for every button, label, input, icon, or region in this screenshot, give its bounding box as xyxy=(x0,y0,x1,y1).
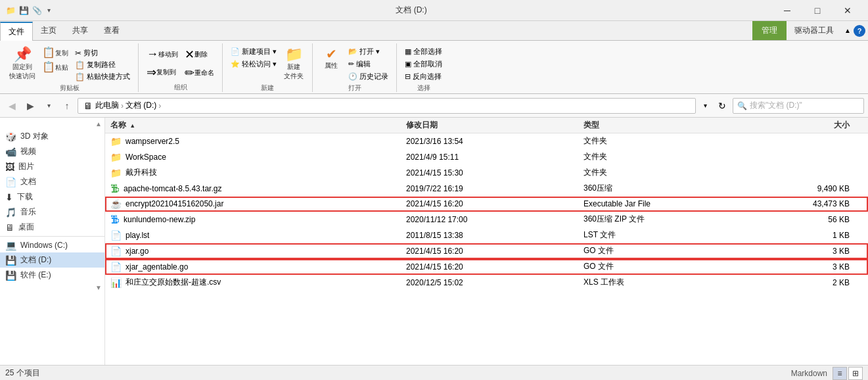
sidebar-item-doc-d[interactable]: 💾 文档 (D:) xyxy=(0,252,104,268)
easy-access-button[interactable]: ⭐ 轻松访问 ▾ xyxy=(228,59,279,70)
ribbon-content: 📌 固定到快速访问 📋 复制 📋 粘贴 ✂ 剪切 xyxy=(0,41,868,93)
file-row[interactable]: 📁 wampserver2.5 2021/3/16 13:54 文件夹 xyxy=(105,133,868,149)
3d-icon: 🎲 xyxy=(5,131,16,142)
refresh-button[interactable]: ↻ xyxy=(714,98,730,114)
new-item-button[interactable]: 📄 新建项目 ▾ xyxy=(228,46,279,57)
edit-button[interactable]: ✏ 编辑 xyxy=(346,59,391,70)
select-all-button[interactable]: ▦ 全部选择 xyxy=(402,46,445,57)
new-folder-button[interactable]: 📁 新建文件夹 xyxy=(281,46,307,82)
copy-path-button[interactable]: 📋 复制路径 xyxy=(72,59,133,70)
tab-home[interactable]: 主页 xyxy=(33,21,64,40)
main-area: ▲ 🎲 3D 对象 📹 视频 🖼 图片 📄 文档 ⬇ 下载 🎵 音乐 🖥 桌面 xyxy=(0,118,868,365)
ribbon-up-icon[interactable]: ▲ xyxy=(844,27,851,34)
column-date[interactable]: 修改日期 xyxy=(406,120,583,131)
file-icon: 🗜 xyxy=(110,183,120,194)
sidebar-item-documents[interactable]: 📄 文档 xyxy=(0,174,104,189)
rename-button[interactable]: ✏ 重命名 xyxy=(182,64,217,82)
file-date: 2011/8/15 13:38 xyxy=(406,231,583,240)
paste-icon: 📋 xyxy=(42,62,55,72)
path-doc-d[interactable]: 文档 (D:) xyxy=(126,100,156,111)
sidebar-item-video[interactable]: 📹 视频 xyxy=(0,144,104,159)
close-button[interactable]: ✕ xyxy=(833,0,863,21)
address-path[interactable]: 🖥 此电脑 › 文档 (D:) › xyxy=(78,98,696,114)
file-type: 文件夹 xyxy=(583,167,731,178)
list-view-button[interactable]: ≡ xyxy=(833,367,847,380)
tab-share[interactable]: 共享 xyxy=(64,21,96,40)
tab-drive-tools[interactable]: 驱动器工具 xyxy=(787,21,842,40)
file-name: 📄 play.lst xyxy=(110,230,406,241)
help-icon[interactable]: ? xyxy=(854,25,865,37)
file-name: 📊 和庄立交原始数据-超速.csv xyxy=(110,277,406,288)
pin-quick-access-button[interactable]: 📌 固定到快速访问 xyxy=(7,46,38,82)
column-name[interactable]: 名称 ▲ xyxy=(110,120,406,131)
sidebar-item-desktop[interactable]: 🖥 桌面 xyxy=(0,220,104,235)
file-row[interactable]: 📄 xjar.go 2021/4/15 16:20 GO 文件 3 KB xyxy=(105,243,868,259)
invert-selection-button[interactable]: ⊟ 反向选择 xyxy=(402,71,445,82)
tab-manage[interactable]: 管理 xyxy=(752,21,787,40)
minimize-button[interactable]: ─ xyxy=(772,0,802,21)
file-row[interactable]: 📁 戴升科技 2021/4/15 15:30 文件夹 xyxy=(105,165,868,181)
sidebar-item-windows-c[interactable]: 💻 Windows (C:) xyxy=(0,238,104,252)
sidebar-collapse-icon[interactable]: ▲ xyxy=(95,120,102,128)
file-row[interactable]: 🗜 apache-tomcat-8.5.43.tar.gz 2019/7/22 … xyxy=(105,181,868,197)
file-type: Executable Jar File xyxy=(583,199,731,208)
sidebar-item-soft-e[interactable]: 💾 软件 (E:) xyxy=(0,268,104,283)
path-dropdown-button[interactable]: ▾ xyxy=(698,98,712,114)
sidebar-item-pictures[interactable]: 🖼 图片 xyxy=(0,159,104,174)
tab-file[interactable]: 文件 xyxy=(0,22,33,41)
sidebar-expand-icon[interactable]: ▼ xyxy=(95,284,102,291)
search-box[interactable]: 🔍 搜索"文档 (D:)" xyxy=(733,98,864,114)
file-date: 2021/4/15 16:20 xyxy=(406,199,583,208)
file-row[interactable]: 📁 WorkSpace 2021/4/9 15:11 文件夹 xyxy=(105,149,868,165)
file-row[interactable]: 📊 和庄立交原始数据-超速.csv 2020/12/5 15:02 XLS 工作… xyxy=(105,275,868,291)
music-icon: 🎵 xyxy=(5,207,16,218)
file-row[interactable]: 📄 play.lst 2011/8/15 13:38 LST 文件 1 KB xyxy=(105,227,868,243)
edit-icon: ✏ xyxy=(348,60,354,68)
deselect-all-button[interactable]: ▣ 全部取消 xyxy=(402,59,445,70)
sidebar-item-3d[interactable]: 🎲 3D 对象 xyxy=(0,129,104,144)
file-name: 🗜 apache-tomcat-8.5.43.tar.gz xyxy=(110,183,406,194)
file-icon: 📄 xyxy=(110,246,122,256)
file-row[interactable]: 📄 xjar_agentable.go 2021/4/15 16:20 GO 文… xyxy=(105,259,868,275)
file-row[interactable]: 🗜 kunlundemo-new.zip 2020/11/12 17:00 36… xyxy=(105,212,868,227)
organize-items: → 移动到 ⇒ 复制到 ✕ 删除 ✏ 重命名 xyxy=(144,43,217,82)
copy-to-button[interactable]: ⇒ 复制到 xyxy=(144,64,181,81)
doc-d-icon: 💾 xyxy=(5,255,16,266)
file-icon: 📄 xyxy=(110,262,122,272)
maximize-button[interactable]: □ xyxy=(802,0,833,21)
copy-button[interactable]: 📋 复制 xyxy=(39,46,71,59)
file-size: 9,490 KB xyxy=(731,184,863,193)
path-this-pc[interactable]: 此电脑 xyxy=(95,100,119,111)
column-type[interactable]: 类型 xyxy=(583,120,731,131)
save-icon: 💾 xyxy=(18,5,29,16)
column-size[interactable]: 大小 xyxy=(731,120,863,131)
file-type: 360压缩 ZIP 文件 xyxy=(583,214,731,225)
file-date: 2021/4/9 15:11 xyxy=(406,153,583,162)
detail-view-button[interactable]: ⊞ xyxy=(848,367,863,380)
copy-path-icon: 📋 xyxy=(75,60,85,70)
file-name: 📄 xjar_agentable.go xyxy=(110,262,406,272)
move-to-button[interactable]: → 移动到 xyxy=(144,46,181,62)
up-button[interactable]: ↑ xyxy=(59,98,75,114)
history-button[interactable]: 🕐 历史记录 xyxy=(346,71,391,82)
paste-button[interactable]: 📋 粘贴 xyxy=(39,60,71,74)
sidebar-item-downloads[interactable]: ⬇ 下载 xyxy=(0,189,104,204)
delete-button[interactable]: ✕ 删除 xyxy=(182,46,217,63)
cut-button[interactable]: ✂ 剪切 xyxy=(72,47,133,59)
file-name: 📁 WorkSpace xyxy=(110,152,406,162)
open-button[interactable]: 📂 打开 ▾ xyxy=(346,46,391,57)
forward-button[interactable]: ▶ xyxy=(22,98,38,114)
file-icon: 📁 xyxy=(110,152,122,162)
file-date: 2021/4/15 15:30 xyxy=(406,168,583,178)
back-button[interactable]: ◀ xyxy=(4,98,20,114)
select-label: 选择 xyxy=(417,82,430,94)
properties-button[interactable]: ✔ 属性 xyxy=(318,46,344,72)
file-row[interactable]: ☕ encrypt20210415162050.jar 2021/4/15 16… xyxy=(105,197,868,212)
rename-icon: ✏ xyxy=(185,66,194,80)
file-date: 2021/4/15 16:20 xyxy=(406,247,583,256)
recent-button[interactable]: ▾ xyxy=(41,98,57,114)
tab-view[interactable]: 查看 xyxy=(96,21,127,40)
sidebar-item-music[interactable]: 🎵 音乐 xyxy=(0,204,104,220)
paste-shortcut-button[interactable]: 📋 粘贴快捷方式 xyxy=(72,71,133,82)
sidebar: ▲ 🎲 3D 对象 📹 视频 🖼 图片 📄 文档 ⬇ 下载 🎵 音乐 🖥 桌面 xyxy=(0,118,105,365)
